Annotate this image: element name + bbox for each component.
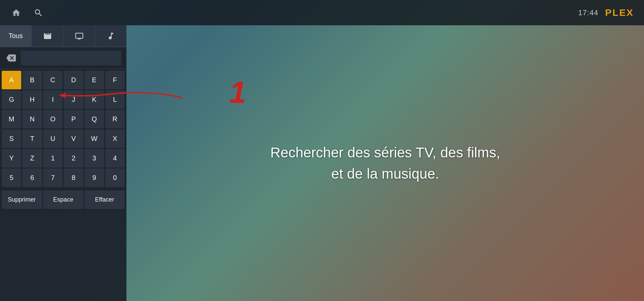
key-U[interactable]: U	[43, 129, 63, 148]
key-H[interactable]: H	[22, 90, 42, 109]
clear-button[interactable]: Effacer	[84, 190, 125, 209]
search-input[interactable]	[21, 51, 121, 65]
search-input-area	[0, 47, 126, 69]
key-I[interactable]: I	[43, 90, 63, 109]
key-5[interactable]: 5	[2, 169, 21, 187]
key-4[interactable]: 4	[105, 149, 125, 168]
key-3[interactable]: 3	[84, 149, 104, 168]
key-J[interactable]: J	[64, 90, 83, 109]
key-Z[interactable]: Z	[22, 149, 42, 168]
top-bar-right: 17:44 PLEX	[578, 7, 634, 18]
key-7[interactable]: 7	[43, 169, 63, 187]
home-icon[interactable]	[10, 7, 22, 19]
key-Q[interactable]: Q	[84, 110, 104, 128]
backspace-icon[interactable]	[5, 52, 17, 64]
plex-logo: PLEX	[605, 7, 634, 18]
main-content: Rechercher des séries TV, des films, et …	[126, 25, 644, 301]
space-button[interactable]: Espace	[43, 190, 84, 209]
key-8[interactable]: 8	[64, 169, 83, 187]
time-display: 17:44	[578, 8, 598, 17]
key-6[interactable]: 6	[22, 169, 42, 187]
key-F[interactable]: F	[105, 71, 125, 89]
key-E[interactable]: E	[84, 71, 104, 89]
search-prompt: Rechercher des séries TV, des films, et …	[267, 142, 503, 184]
left-panel: Tous A B C D E	[0, 25, 126, 301]
search-icon[interactable]	[32, 7, 45, 19]
key-1[interactable]: 1	[43, 149, 63, 168]
top-bar-left	[10, 7, 45, 19]
key-9[interactable]: 9	[84, 169, 104, 187]
action-buttons: Supprimer Espace Effacer	[0, 189, 126, 211]
key-S[interactable]: S	[2, 129, 21, 148]
keyboard: A B C D E F G H I J K L M N O P Q R S T …	[0, 69, 126, 189]
key-T[interactable]: T	[22, 129, 42, 148]
key-B[interactable]: B	[22, 71, 42, 89]
key-L[interactable]: L	[105, 90, 125, 109]
key-0[interactable]: 0	[105, 169, 125, 187]
key-D[interactable]: D	[64, 71, 83, 89]
tab-tous[interactable]: Tous	[0, 25, 32, 47]
key-A[interactable]: A	[2, 71, 21, 89]
key-G[interactable]: G	[2, 90, 21, 109]
filter-tabs: Tous	[0, 25, 126, 47]
key-X[interactable]: X	[105, 129, 125, 148]
top-bar: 17:44 PLEX	[0, 0, 644, 25]
key-N[interactable]: N	[22, 110, 42, 128]
key-W[interactable]: W	[84, 129, 104, 148]
key-K[interactable]: K	[84, 90, 104, 109]
tab-tv[interactable]	[63, 25, 95, 47]
delete-button[interactable]: Supprimer	[2, 190, 42, 209]
tab-movies[interactable]	[32, 25, 63, 47]
key-R[interactable]: R	[105, 110, 125, 128]
key-2[interactable]: 2	[64, 149, 83, 168]
key-P[interactable]: P	[64, 110, 83, 128]
tab-music[interactable]	[95, 25, 126, 47]
key-O[interactable]: O	[43, 110, 63, 128]
key-C[interactable]: C	[43, 71, 63, 89]
key-M[interactable]: M	[2, 110, 21, 128]
key-V[interactable]: V	[64, 129, 83, 148]
key-Y[interactable]: Y	[2, 149, 21, 168]
